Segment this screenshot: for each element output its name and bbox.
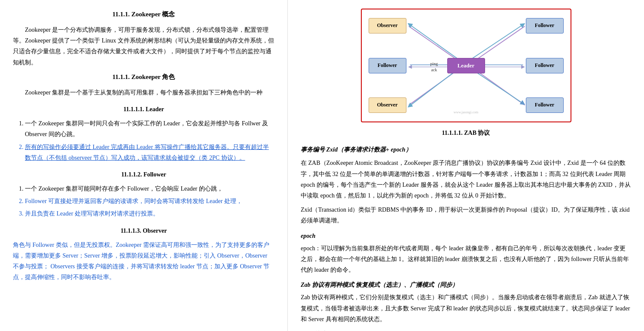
ping-ack-labels: ping ack xyxy=(430,61,438,73)
follower-ml-label: Follower xyxy=(378,61,397,70)
title-zookeeper-role: 11.1.1. Zookeeper 角色 xyxy=(13,71,275,83)
para-zookeeper-concept: Zookeeper 是一个分布式协调服务，可用于服务发现，分布式锁，分布式领导选… xyxy=(13,24,275,68)
svg-line-7 xyxy=(470,69,523,103)
epoch-para: epoch：可以理解为当前集群所处的年代或者周期，每个 leader 就像皇帝，… xyxy=(301,243,631,276)
node-follower-tr: Follower xyxy=(526,18,564,33)
diagram-container: Observer Observer Follower Follower Foll… xyxy=(367,15,565,116)
svg-line-5 xyxy=(470,24,523,59)
zab-modes-title: Zab 协议有两种模式 恢复模式（选主）、广播模式（同步） xyxy=(301,279,631,290)
ping-label: ping xyxy=(430,61,438,67)
follower-br-label: Follower xyxy=(535,100,554,110)
svg-line-3 xyxy=(409,69,458,106)
diagram-wrapper: Observer Observer Follower Follower Foll… xyxy=(361,9,571,122)
follower-list: 一个 Zookeeper 集群可能同时存在多个 Follower，它会响应 Le… xyxy=(13,183,275,219)
node-follower-br: Follower xyxy=(526,97,564,113)
node-follower-ml: Follower xyxy=(369,58,406,73)
ack-label: ack xyxy=(430,67,438,73)
zxid-para2: Zxid（Transaction id）类似于 RDBMS 中的事务 ID，用于… xyxy=(301,204,631,226)
follower-mr-label: Follower xyxy=(535,61,554,70)
leader-list: 一个 Zookeeper 集群同一时间只会有一个实际工作的 Leader，它会发… xyxy=(13,118,275,163)
title-zookeeper-concept: 11.1.1. Zookeeper 概念 xyxy=(13,9,275,20)
node-leader: Leader xyxy=(447,58,485,73)
watermark: www.jasongi.com xyxy=(454,109,479,115)
follower-item-2: Follower 可直接处理并返回客户端的读请求，同时会将写请求转发给 Lead… xyxy=(25,196,275,206)
node-observer-bl: Observer xyxy=(369,97,406,113)
node-observer-tl: Observer xyxy=(369,18,406,33)
zab4-title: ZAB 协议 4 阶段 xyxy=(301,329,631,331)
right-panel: Observer Observer Follower Follower Foll… xyxy=(288,0,644,331)
leader-label: Leader xyxy=(458,61,475,70)
observer-tl-label: Observer xyxy=(377,21,398,30)
leader-item-2: 所有的写操作必须要通过 Leader 完成再由 Leader 将写操作广播给其它… xyxy=(25,142,275,163)
svg-line-1 xyxy=(409,24,458,59)
svg-line-0 xyxy=(409,26,461,62)
node-follower-mr: Follower xyxy=(526,58,564,73)
follower-item-3: 并且负责在 Leader 处理写请求时对请求进行投票。 xyxy=(25,208,275,219)
epoch-title: epoch xyxy=(301,231,631,241)
right-content: 事务编号 Zxid（事务请求计数器+ epoch） 在 ZAB（ZooKeepe… xyxy=(301,144,631,331)
observer-bl-label: Observer xyxy=(377,100,398,110)
follower-item-1: 一个 Zookeeper 集群可能同时存在多个 Follower，它会响应 Le… xyxy=(25,183,275,194)
svg-line-6 xyxy=(472,68,525,105)
para-observer: 角色与 Follower 类似，但是无投票权。Zookeeper 需保证高可用和… xyxy=(13,240,275,283)
title-follower: 11.1.1.2. Follower xyxy=(13,169,275,180)
leader-item-1: 一个 Zookeeper 集群同一时间只会有一个实际工作的 Leader，它会发… xyxy=(25,118,275,140)
left-panel: 11.1.1. Zookeeper 概念 Zookeeper 是一个分布式协调服… xyxy=(0,0,288,331)
zxid-title: 事务编号 Zxid（事务请求计数器+ epoch） xyxy=(301,144,631,155)
zxid-para1: 在 ZAB（ZooKeeper Atomic Broadcast，ZooKeep… xyxy=(301,158,631,201)
diagram-caption: 11.1.1.1. ZAB 协议 xyxy=(301,128,631,138)
zab-modes-para: Zab 协议有两种模式，它们分别是恢复模式（选主）和广播模式（同步）。当服务启动… xyxy=(301,292,631,325)
title-observer: 11.1.1.3. Observer xyxy=(13,225,275,236)
title-leader: 11.1.1.1. Leader xyxy=(13,104,275,115)
svg-line-4 xyxy=(472,26,525,62)
follower-tr-label: Follower xyxy=(535,21,554,30)
svg-line-2 xyxy=(409,68,461,105)
para-zookeeper-role: Zookeeper 集群是一个基于主从复制的高可用集群，每个服务器承担如下三种角… xyxy=(13,87,275,98)
